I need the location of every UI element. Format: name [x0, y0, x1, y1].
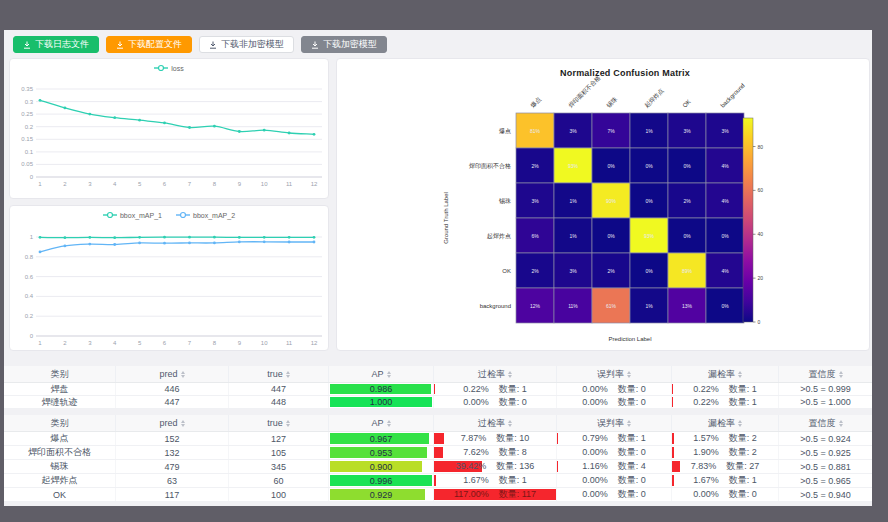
- svg-text:10: 10: [261, 340, 268, 346]
- column-header-漏检率[interactable]: 漏检率: [672, 366, 779, 382]
- download-config-file-button[interactable]: 下载配置文件: [106, 36, 192, 53]
- map-plot: 00.20.40.60.81123456789101112: [10, 206, 328, 350]
- rate-bar: [557, 433, 558, 444]
- legend-item-loss[interactable]: loss: [154, 64, 183, 72]
- rate-text: 0.00% 数量: 0: [582, 474, 646, 487]
- column-header-true[interactable]: true: [229, 415, 329, 431]
- svg-text:7%: 7%: [607, 128, 615, 134]
- rate-cell: 0.00% 数量: 0: [557, 474, 672, 487]
- column-header-置信度[interactable]: 置信度: [779, 415, 872, 431]
- rate-bar: [434, 475, 436, 486]
- rate-cell: 0.79% 数量: 1: [557, 432, 672, 445]
- column-header-label: pred: [159, 418, 177, 428]
- label-cell: OK: [4, 488, 116, 501]
- column-header-过检率[interactable]: 过检率: [434, 366, 557, 382]
- ap-cell: 0.996: [329, 474, 434, 487]
- sort-icon[interactable]: [839, 420, 843, 427]
- sort-icon[interactable]: [508, 420, 512, 427]
- svg-text:锡珠: 锡珠: [498, 197, 511, 205]
- column-header-label: 误判率: [597, 417, 624, 430]
- svg-text:11: 11: [286, 340, 293, 346]
- column-header-误判率[interactable]: 误判率: [557, 415, 672, 431]
- column-header-误判率[interactable]: 误判率: [557, 366, 672, 382]
- sort-icon[interactable]: [738, 371, 742, 378]
- svg-text:4%: 4%: [721, 163, 729, 169]
- svg-text:61%: 61%: [606, 303, 617, 309]
- legend-line-icon: [176, 211, 190, 219]
- sort-icon[interactable]: [738, 420, 742, 427]
- column-header-label: true: [267, 418, 283, 428]
- svg-text:起焊炸点: 起焊炸点: [643, 87, 666, 110]
- svg-text:2%: 2%: [531, 268, 539, 274]
- sort-icon[interactable]: [286, 420, 290, 427]
- svg-text:4: 4: [113, 340, 117, 346]
- legend-item-bbox_mAP_2[interactable]: bbox_mAP_2: [176, 211, 235, 219]
- svg-text:0: 0: [30, 174, 34, 180]
- true-cell: 105: [229, 446, 329, 459]
- sort-icon[interactable]: [181, 371, 185, 378]
- true-cell: 127: [229, 432, 329, 445]
- svg-text:3: 3: [88, 340, 92, 346]
- download-encrypted-model-button[interactable]: 下载加密模型: [301, 36, 387, 53]
- column-header-label: 漏检率: [708, 368, 735, 381]
- sort-icon[interactable]: [508, 371, 512, 378]
- sort-icon[interactable]: [387, 371, 391, 378]
- rate-text: 39.42% 数量: 136: [456, 460, 535, 473]
- confusion-matrix-card: Normalized Confusion Matrix 81%3%7%1%3%3…: [336, 58, 870, 351]
- svg-text:0.6: 0.6: [25, 274, 34, 280]
- column-header-漏检率[interactable]: 漏检率: [672, 415, 779, 431]
- rate-cell: 0.00% 数量: 0: [557, 383, 672, 395]
- pred-cell: 447: [116, 396, 229, 408]
- rate-cell: 0.22% 数量: 1: [672, 383, 779, 395]
- label-cell: 爆点: [4, 432, 116, 445]
- legend-item-bbox_mAP_1[interactable]: bbox_mAP_1: [103, 211, 162, 219]
- svg-text:0%: 0%: [607, 233, 615, 239]
- table-header-row: 类别predtrueAP过检率误判率漏检率置信度: [4, 366, 872, 383]
- column-header-pred[interactable]: pred: [116, 366, 229, 382]
- sort-icon[interactable]: [181, 420, 185, 427]
- svg-text:3%: 3%: [569, 268, 577, 274]
- svg-text:4%: 4%: [721, 268, 729, 274]
- column-header-true[interactable]: true: [229, 366, 329, 382]
- column-header-置信度[interactable]: 置信度: [779, 366, 872, 382]
- label-cell: 起焊炸点: [4, 474, 116, 487]
- sort-icon[interactable]: [839, 371, 843, 378]
- svg-text:4%: 4%: [721, 198, 729, 204]
- svg-text:2%: 2%: [683, 198, 691, 204]
- sort-icon[interactable]: [387, 420, 391, 427]
- true-cell: 345: [229, 460, 329, 473]
- rate-text: 0.79% 数量: 1: [582, 432, 646, 445]
- confidence-cell: >0.5 = 0.924: [779, 432, 872, 445]
- svg-text:12%: 12%: [530, 303, 541, 309]
- welding-summary-table: 类别predtrueAP过检率误判率漏检率置信度焊盘4464470.9860.2…: [4, 366, 872, 409]
- svg-text:6%: 6%: [531, 233, 539, 239]
- download-unencrypted-model-button[interactable]: 下载非加密模型: [199, 36, 294, 53]
- confidence-cell: >0.5 = 0.999: [779, 383, 872, 395]
- column-header-AP[interactable]: AP: [329, 366, 434, 382]
- svg-text:0.05: 0.05: [21, 161, 33, 167]
- rate-text: 0.00% 数量: 0: [582, 396, 646, 408]
- column-header-过检率[interactable]: 过检率: [434, 415, 557, 431]
- svg-text:0.25: 0.25: [21, 111, 33, 117]
- svg-text:爆点: 爆点: [529, 96, 542, 109]
- legend-label: bbox_mAP_1: [120, 212, 162, 219]
- svg-text:5: 5: [138, 181, 142, 187]
- svg-text:0%: 0%: [683, 163, 691, 169]
- sort-icon[interactable]: [627, 371, 631, 378]
- ap-cell: 0.967: [329, 432, 434, 445]
- column-header-label: 置信度: [809, 417, 836, 430]
- svg-text:0.15: 0.15: [21, 136, 33, 142]
- column-header-AP[interactable]: AP: [329, 415, 434, 431]
- column-header-pred[interactable]: pred: [116, 415, 229, 431]
- confidence-cell: >0.5 = 0.940: [779, 488, 872, 501]
- sort-icon[interactable]: [627, 420, 631, 427]
- sort-icon[interactable]: [286, 371, 290, 378]
- svg-text:8: 8: [213, 340, 217, 346]
- table-row: OK1171000.929117.00% 数量: 1170.00% 数量: 00…: [4, 488, 872, 502]
- button-label: 下载非加密模型: [221, 40, 284, 49]
- dashboard-page: 下载日志文件下载配置文件下载非加密模型下载加密模型 loss 00.050.10…: [4, 30, 872, 506]
- svg-text:焊印面积不合格: 焊印面积不合格: [567, 74, 602, 109]
- download-log-file-button[interactable]: 下载日志文件: [13, 36, 99, 53]
- svg-text:0%: 0%: [721, 303, 729, 309]
- svg-text:12: 12: [311, 181, 318, 187]
